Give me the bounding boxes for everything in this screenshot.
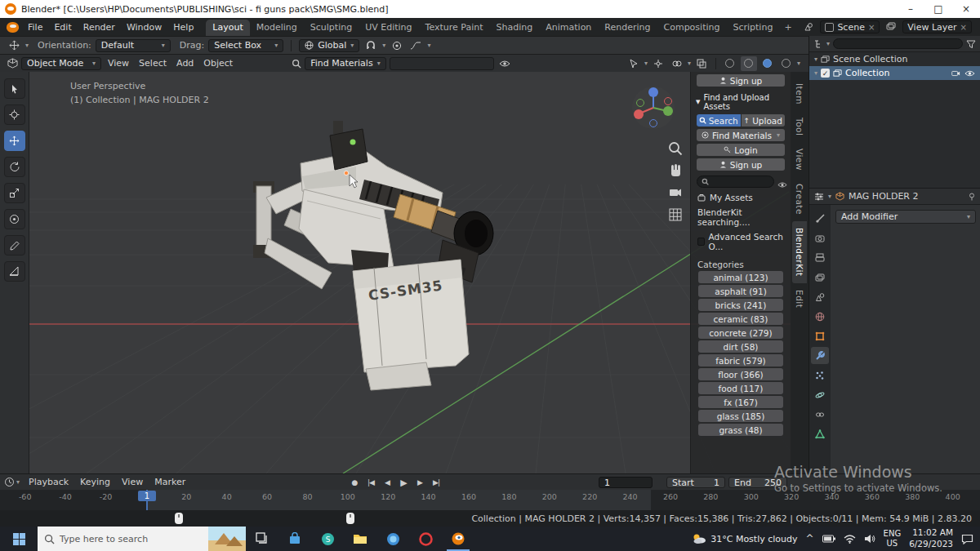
measure-tool[interactable] — [4, 261, 25, 282]
minimize-button[interactable]: – — [897, 0, 924, 18]
taskbar-search[interactable]: Type here to search — [38, 527, 246, 551]
viewport-menu-item[interactable]: Select — [134, 55, 172, 73]
collection-checkbox[interactable]: ✓ — [821, 69, 830, 78]
chevron-down-icon[interactable]: ▾ — [828, 193, 831, 200]
notification-center-icon[interactable] — [961, 534, 973, 544]
jump-to-end-button[interactable]: ▶| — [429, 476, 443, 489]
transform-tool[interactable] — [4, 209, 25, 229]
pin-icon[interactable] — [968, 193, 976, 201]
render-properties-tab[interactable] — [811, 229, 829, 247]
overlays-toggle-icon[interactable] — [669, 56, 685, 71]
rotate-tool[interactable] — [4, 157, 25, 177]
current-frame-field[interactable]: 1 — [599, 477, 653, 488]
workspace-tab[interactable]: UV Editing — [359, 20, 418, 36]
tray-expand-icon[interactable]: ^ — [806, 533, 814, 544]
cursor-tool[interactable] — [4, 104, 25, 125]
advanced-search-row[interactable]: Advanced Search O... — [697, 232, 784, 251]
category-button[interactable]: fx (167) — [698, 396, 783, 408]
scene-selector[interactable]: Scene × — [820, 20, 880, 33]
viewport-menu-item[interactable]: Object — [198, 55, 238, 73]
category-button[interactable]: concrete (279) — [698, 327, 783, 339]
viewport-3d[interactable]: User Perspective (1) Collection | MAG HO… — [29, 72, 808, 473]
end-frame-field[interactable]: End 250 — [728, 477, 787, 488]
snap-magnet-icon[interactable] — [363, 39, 378, 52]
upload-tab[interactable]: ↑ Upload — [742, 114, 786, 127]
workspace-tab[interactable]: Sculpting — [304, 20, 359, 36]
ortho-grid-icon[interactable] — [667, 207, 684, 223]
timeline-editor-icon[interactable] — [4, 477, 15, 487]
workspace-tab[interactable]: Animation — [539, 20, 598, 36]
viewport-menu-item[interactable]: Add — [172, 55, 198, 73]
category-button[interactable]: glass (185) — [698, 410, 783, 422]
category-button[interactable]: dirt (58) — [698, 340, 783, 353]
filter-funnel-icon[interactable] — [966, 39, 976, 49]
play-button[interactable]: ▶ — [396, 476, 411, 489]
language-indicator[interactable]: ENG US — [884, 529, 902, 549]
category-button[interactable]: floor (366) — [698, 368, 783, 380]
tool-properties-tab[interactable] — [811, 210, 829, 227]
store-icon[interactable] — [278, 527, 311, 551]
menu-item[interactable]: Help — [167, 18, 199, 36]
menu-item[interactable]: Edit — [48, 18, 77, 36]
next-keyframe-button[interactable]: ▶ — [412, 476, 427, 489]
menu-item[interactable]: File — [22, 18, 48, 36]
shading-solid-icon[interactable] — [741, 56, 757, 71]
add-modifier-dropdown[interactable]: Add Modifier ▾ — [835, 210, 976, 224]
timeline-menu-item[interactable]: Playback — [23, 473, 74, 491]
workspace-tab[interactable]: Shading — [490, 20, 540, 36]
collection-row[interactable]: ▾ ✓ Collection — [809, 66, 980, 80]
viewport-menu-item[interactable]: View — [103, 55, 134, 73]
mode-dropdown[interactable]: Object Mode ▾ — [21, 57, 101, 70]
skype-icon[interactable]: S — [311, 527, 344, 551]
search-highlight-image[interactable] — [208, 527, 246, 551]
chevron-down-icon[interactable]: ▾ — [826, 41, 830, 47]
prev-keyframe-button[interactable]: ◀ — [380, 476, 394, 489]
particle-properties-tab[interactable] — [811, 367, 829, 384]
falloff-chevron-icon[interactable]: ▾ — [427, 42, 430, 49]
workspace-tab[interactable]: Scripting — [726, 20, 779, 36]
sidebar-tab[interactable]: Tool — [792, 111, 807, 142]
xray-toggle-icon[interactable] — [693, 56, 710, 71]
shading-rendered-icon[interactable] — [778, 56, 795, 71]
sidebar-tab[interactable]: Item — [792, 77, 807, 111]
timeline-ruler[interactable]: -60-40-200204060801001201401601802002202… — [0, 490, 980, 510]
maximize-button[interactable]: □ — [924, 0, 952, 18]
constraint-properties-tab[interactable] — [811, 406, 829, 423]
asset-search-input[interactable] — [697, 176, 774, 188]
pan-hand-icon[interactable] — [667, 162, 684, 179]
scale-tool[interactable] — [4, 183, 25, 203]
category-button[interactable]: animal (123) — [698, 271, 783, 283]
gun-model[interactable]: CS-SM35 — [168, 78, 552, 405]
blender-menu-icon[interactable] — [7, 22, 19, 33]
weather-widget[interactable]: 31°C Mostly cloudy — [692, 533, 797, 544]
category-button[interactable]: asphalt (91) — [698, 285, 783, 297]
workspace-tab[interactable]: Layout — [206, 20, 249, 36]
object-data-properties-tab[interactable] — [811, 425, 829, 442]
asset-type-dropdown[interactable]: Find Materials ▾ — [697, 129, 785, 141]
battery-icon[interactable] — [822, 535, 835, 543]
view-layer-selector[interactable]: View Layer × — [902, 20, 972, 33]
close-button[interactable]: × — [952, 0, 980, 18]
annotate-tool[interactable] — [4, 235, 25, 256]
properties-editor-icon[interactable] — [814, 192, 824, 202]
clock-widget[interactable]: 11:02 AM 6/29/2023 — [909, 527, 953, 549]
opera-browser-icon[interactable] — [409, 527, 442, 551]
add-workspace-button[interactable]: + — [779, 22, 796, 33]
category-button[interactable]: fabric (579) — [698, 354, 783, 367]
edge-browser-icon[interactable] — [376, 527, 409, 551]
timeline-menu-item[interactable]: View — [116, 473, 149, 491]
expand-icon[interactable]: ▾ — [814, 70, 817, 77]
view-layer-clear-icon[interactable]: × — [960, 23, 967, 32]
workspace-tab[interactable]: Modeling — [250, 20, 304, 36]
eye-icon[interactable] — [777, 181, 787, 189]
category-button[interactable]: ceramic (83) — [698, 313, 783, 325]
volume-icon[interactable] — [864, 534, 875, 544]
move-tool[interactable] — [4, 131, 25, 151]
proportional-editing-icon[interactable] — [390, 39, 404, 52]
navigation-gizmo[interactable] — [630, 85, 676, 131]
workspace-tab[interactable]: Rendering — [598, 20, 657, 36]
drag-dropdown[interactable]: Select Box ▾ — [208, 39, 283, 52]
view-layer-properties-tab[interactable] — [811, 269, 829, 286]
header-search-input[interactable] — [390, 57, 494, 70]
eye-icon[interactable] — [964, 69, 975, 78]
